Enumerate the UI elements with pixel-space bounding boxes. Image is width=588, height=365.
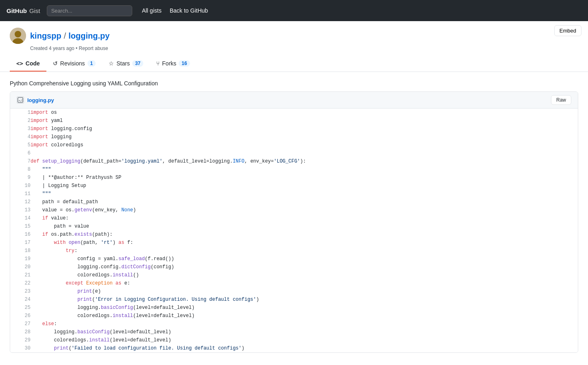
table-row: 17 with open(path, 'rt') as f: xyxy=(10,239,578,247)
line-number: 25 xyxy=(10,304,31,312)
line-code: import coloredlogs xyxy=(31,141,578,149)
line-code: coloredlogs.install() xyxy=(31,271,578,279)
tab-code[interactable]: <> Code xyxy=(10,56,46,72)
line-code: logging.basicConfig(level=default_level) xyxy=(31,328,578,336)
line-code: print(e) xyxy=(31,287,578,295)
line-number: 18 xyxy=(10,247,31,255)
line-code: import yaml xyxy=(31,117,578,125)
line-number: 28 xyxy=(10,328,31,336)
table-row: 11 """ xyxy=(10,190,578,198)
fork-icon: ⑂ xyxy=(156,60,160,67)
forks-count: 16 xyxy=(179,60,190,67)
tab-revisions-label: Revisions xyxy=(60,60,85,67)
line-code: config = yaml.safe_load(f.read()) xyxy=(31,255,578,263)
line-number: 2 xyxy=(10,117,31,125)
line-code: value = os.getenv(env_key, None) xyxy=(31,206,578,214)
tab-forks[interactable]: ⑂ Forks 16 xyxy=(150,56,196,72)
code-area[interactable]: 1 import os 2 import yaml 3 import loggi… xyxy=(10,109,578,352)
line-number: 10 xyxy=(10,182,31,190)
line-number: 20 xyxy=(10,263,31,271)
table-row: 26 coloredlogs.install(level=default_lev… xyxy=(10,312,578,320)
line-number: 9 xyxy=(10,174,31,182)
table-row: 19 config = yaml.safe_load(f.read()) xyxy=(10,255,578,263)
table-row: 15 path = value xyxy=(10,222,578,230)
table-row: 3 import logging.config xyxy=(10,125,578,133)
line-number: 16 xyxy=(10,230,31,239)
line-code: print('Error in Logging Configuration. U… xyxy=(31,295,578,304)
line-code: except Exception as e: xyxy=(31,279,578,287)
line-code: try: xyxy=(31,247,578,255)
table-row: 27 else: xyxy=(10,320,578,328)
line-number: 26 xyxy=(10,312,31,320)
embed-button[interactable]: Embed xyxy=(554,25,581,36)
code-table: 1 import os 2 import yaml 3 import loggi… xyxy=(10,109,578,352)
line-number: 15 xyxy=(10,222,31,230)
line-number: 27 xyxy=(10,320,31,328)
table-row: 22 except Exception as e: xyxy=(10,279,578,287)
line-code xyxy=(31,149,578,157)
line-code: def setup_logging(default_path='logging.… xyxy=(31,157,578,165)
table-row: 13 value = os.getenv(env_key, None) xyxy=(10,206,578,214)
line-code: with open(path, 'rt') as f: xyxy=(31,239,578,247)
table-row: 28 logging.basicConfig(level=default_lev… xyxy=(10,328,578,336)
search-input[interactable] xyxy=(47,5,132,16)
tab-revisions[interactable]: ↺ Revisions 1 xyxy=(46,56,102,72)
table-row: 14 if value: xyxy=(10,214,578,222)
table-row: 20 logging.config.dictConfig(config) xyxy=(10,263,578,271)
table-row: 2 import yaml xyxy=(10,117,578,125)
line-number: 1 xyxy=(10,109,31,117)
revisions-icon: ↺ xyxy=(53,60,58,67)
table-row: 23 print(e) xyxy=(10,287,578,295)
tab-stars[interactable]: ☆ Stars 37 xyxy=(102,56,150,72)
table-row: 8 """ xyxy=(10,165,578,174)
table-row: 4 import logging xyxy=(10,133,578,141)
line-code: | **@author:** Prathyush SP xyxy=(31,174,578,182)
table-row: 29 coloredlogs.install(level=default_lev… xyxy=(10,336,578,344)
line-code: if value: xyxy=(31,214,578,222)
revisions-count: 1 xyxy=(87,60,96,67)
line-number: 29 xyxy=(10,336,31,344)
table-row: 25 logging.basicConfig(level=default_lev… xyxy=(10,304,578,312)
table-row: 30 print('Failed to load configuration f… xyxy=(10,344,578,352)
line-number: 12 xyxy=(10,198,31,206)
meta-info: Created 4 years ago • Report abuse xyxy=(30,46,578,51)
line-number: 23 xyxy=(10,287,31,295)
line-number: 30 xyxy=(10,344,31,352)
raw-button[interactable]: Raw xyxy=(551,95,571,105)
all-gists-link[interactable]: All gists xyxy=(142,7,162,14)
tabs: <> Code ↺ Revisions 1 ☆ Stars 37 ⑂ Forks… xyxy=(10,56,578,72)
table-row: 7 def setup_logging(default_path='loggin… xyxy=(10,157,578,165)
line-number: 14 xyxy=(10,214,31,222)
filename-link[interactable]: logging.py xyxy=(68,31,109,41)
user-bar: kingspp / logging.py Created 4 years ago… xyxy=(0,21,588,72)
line-code: import logging xyxy=(31,133,578,141)
line-number: 7 xyxy=(10,157,31,165)
line-number: 19 xyxy=(10,255,31,263)
line-number: 17 xyxy=(10,239,31,247)
line-number: 24 xyxy=(10,295,31,304)
line-code: coloredlogs.install(level=default_level) xyxy=(31,336,578,344)
file-header: </> logging.py Raw xyxy=(10,92,578,109)
table-row: 12 path = default_path xyxy=(10,198,578,206)
line-code: print('Failed to load configuration file… xyxy=(31,344,578,352)
tab-forks-label: Forks xyxy=(162,60,176,67)
table-row: 5 import coloredlogs xyxy=(10,141,578,149)
line-number: 13 xyxy=(10,206,31,214)
file-name-link[interactable]: logging.py xyxy=(27,97,54,103)
table-row: 24 print('Error in Logging Configuration… xyxy=(10,295,578,304)
tab-stars-label: Stars xyxy=(116,60,130,67)
line-code: logging.basicConfig(level=default_level) xyxy=(31,304,578,312)
line-number: 22 xyxy=(10,279,31,287)
table-row: 1 import os xyxy=(10,109,578,117)
back-to-github-link[interactable]: Back to GitHub xyxy=(170,7,208,14)
line-code: logging.config.dictConfig(config) xyxy=(31,263,578,271)
gist-text: Gist xyxy=(29,7,40,14)
line-number: 5 xyxy=(10,141,31,149)
file-box: </> logging.py Raw 1 import os 2 import … xyxy=(10,91,578,353)
line-code: | Logging Setup xyxy=(31,182,578,190)
header: GitHub Gist All gists Back to GitHub xyxy=(0,0,588,21)
line-code: import os xyxy=(31,109,578,117)
svg-point-1 xyxy=(15,31,21,37)
user-link[interactable]: kingspp xyxy=(30,31,61,41)
embed-area: Embed xyxy=(548,21,588,40)
